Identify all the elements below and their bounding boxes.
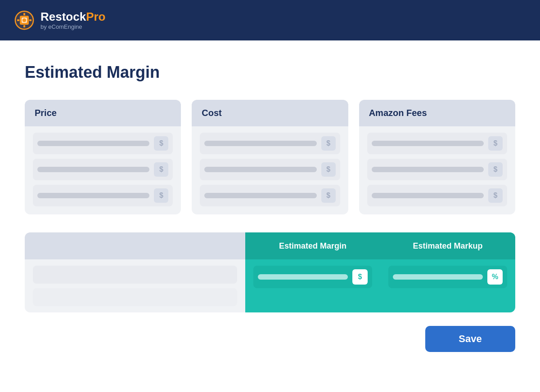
estimated-margin-input-bar [258, 274, 348, 280]
main-content: Estimated Margin Price $ $ $ [0, 40, 540, 370]
amazon-fees-card-body: $ $ $ [359, 126, 515, 214]
cost-input-row-1[interactable]: $ [200, 133, 340, 154]
estimated-margin-body: $ [245, 259, 380, 294]
bottom-left-header [25, 232, 245, 259]
cost-card-header: Cost [192, 100, 348, 126]
cost-input-bar-1 [204, 141, 316, 146]
amazon-fees-card: Amazon Fees $ $ $ [359, 100, 515, 214]
amazon-fees-input-row-2[interactable]: $ [367, 159, 507, 180]
logo: RestockPro by eComEngine [14, 9, 106, 31]
price-dollar-badge-2: $ [154, 162, 168, 177]
price-card-header: Price [25, 100, 181, 126]
svg-rect-6 [17, 19, 19, 21]
bottom-left-bar-1 [33, 266, 237, 284]
logo-restock: Restock [40, 10, 86, 23]
cost-card-title: Cost [202, 108, 221, 118]
page-title: Estimated Margin [25, 63, 515, 82]
cost-input-bar-3 [204, 193, 316, 198]
amazon-fees-card-header: Amazon Fees [359, 100, 515, 126]
cost-input-row-3[interactable]: $ [200, 185, 340, 206]
cost-input-bar-2 [204, 167, 316, 172]
amazon-fees-input-bar-3 [372, 193, 484, 198]
cost-dollar-badge-1: $ [321, 136, 336, 151]
estimated-markup-header: Estimated Markup [380, 232, 515, 259]
logo-sub: by eComEngine [40, 23, 106, 30]
cost-dollar-badge-3: $ [321, 188, 336, 203]
logo-pro: Pro [86, 10, 105, 23]
svg-rect-4 [23, 13, 25, 15]
save-button[interactable]: Save [425, 326, 515, 352]
price-card-body: $ $ $ [25, 126, 181, 214]
price-dollar-badge-1: $ [154, 136, 168, 151]
amazon-fees-input-bar-1 [372, 141, 484, 146]
price-input-bar-3 [37, 193, 149, 198]
price-input-row-3[interactable]: $ [33, 185, 173, 206]
amazon-fees-dollar-badge-2: $ [488, 162, 503, 177]
amazon-fees-dollar-badge-1: $ [488, 136, 503, 151]
bottom-left-wrapper [25, 232, 245, 312]
estimated-margin-input-row[interactable]: $ [253, 266, 372, 288]
amazon-fees-card-title: Amazon Fees [369, 108, 427, 118]
app-header: RestockPro by eComEngine [0, 0, 540, 40]
amazon-fees-input-row-1[interactable]: $ [367, 133, 507, 154]
bottom-section: Estimated Margin $ Estimated Markup % [25, 232, 515, 312]
logo-text: RestockPro by eComEngine [40, 10, 106, 30]
estimated-margin-badge: $ [352, 269, 368, 285]
svg-point-3 [22, 18, 26, 22]
price-input-bar-1 [37, 141, 149, 146]
cost-dollar-badge-2: $ [321, 162, 336, 177]
price-input-row-2[interactable]: $ [33, 159, 173, 180]
price-input-row-1[interactable]: $ [33, 133, 173, 154]
price-input-bar-2 [37, 167, 149, 172]
estimated-markup-input-bar [393, 274, 483, 280]
top-cards-section: Price $ $ $ Cost [25, 100, 515, 214]
logo-icon [14, 9, 35, 31]
bottom-left-bar-2 [33, 288, 237, 306]
estimated-markup-badge: % [487, 269, 503, 285]
estimated-margin-header: Estimated Margin [245, 232, 380, 259]
price-dollar-badge-3: $ [154, 188, 168, 203]
estimated-markup-title: Estimated Markup [413, 241, 482, 251]
estimated-markup-input-row[interactable]: % [388, 266, 507, 288]
cost-card: Cost $ $ $ [192, 100, 348, 214]
bottom-left-body [25, 259, 245, 312]
amazon-fees-input-bar-2 [372, 167, 484, 172]
price-card-title: Price [35, 108, 57, 118]
price-card: Price $ $ $ [25, 100, 181, 214]
estimated-margin-title: Estimated Margin [279, 241, 346, 251]
logo-name: RestockPro [40, 10, 106, 23]
cost-card-body: $ $ $ [192, 126, 348, 214]
svg-rect-5 [23, 25, 25, 27]
cost-input-row-2[interactable]: $ [200, 159, 340, 180]
save-area: Save [25, 326, 515, 352]
amazon-fees-input-row-3[interactable]: $ [367, 185, 507, 206]
estimated-markup-body: % [380, 259, 515, 294]
amazon-fees-dollar-badge-3: $ [488, 188, 503, 203]
estimated-margin-wrapper: Estimated Margin $ [245, 232, 380, 312]
svg-rect-7 [29, 19, 32, 21]
estimated-markup-wrapper: Estimated Markup % [380, 232, 515, 312]
